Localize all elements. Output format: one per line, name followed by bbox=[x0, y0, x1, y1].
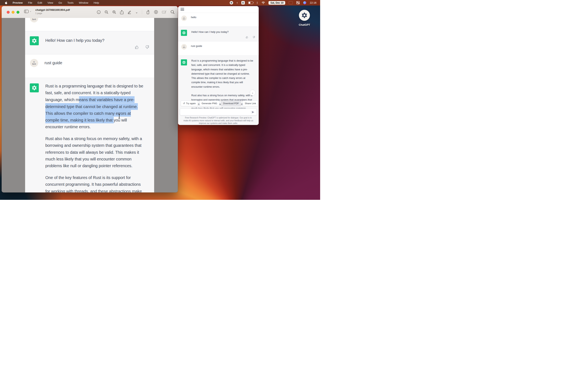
menu-go[interactable]: Go bbox=[58, 1, 62, 4]
desktop-icon-label: ChatGPT bbox=[299, 23, 310, 26]
menu-bar: Preview File Edit View Go Tools Window H… bbox=[0, 0, 320, 6]
thumbs-down-icon[interactable] bbox=[144, 45, 149, 50]
chat-row-assistant-greeting: Hello! How can I help you today? bbox=[178, 26, 259, 42]
chat-user-msg1: hello bbox=[191, 16, 196, 19]
toolbar-separator bbox=[142, 9, 142, 15]
input-source-icon[interactable]: A bbox=[241, 1, 245, 4]
pdf-answer-paragraph-3: One of the key features of Rust is its s… bbox=[45, 174, 151, 192]
battery-icon[interactable] bbox=[248, 1, 253, 4]
pdf-row-assistant-greeting: Hello! How can I help you today? bbox=[25, 31, 154, 54]
footer-disclaimer: Free Research Preview: ChatGPT is optimi… bbox=[180, 117, 257, 125]
document-page-count: 1 page bbox=[35, 12, 70, 15]
pdf-answer-paragraph-2: Rust also has a strong focus on memory s… bbox=[45, 135, 151, 169]
chatgpt-avatar bbox=[30, 36, 39, 45]
menubar-date[interactable]: Sat, Dec 10 bbox=[268, 1, 285, 5]
regenerate-icon: ↺ bbox=[183, 102, 185, 105]
chat-topbar bbox=[178, 6, 259, 13]
chatgpt-menubar-icon[interactable] bbox=[230, 1, 233, 4]
markup-button[interactable] bbox=[154, 10, 158, 14]
zoom-out-button[interactable] bbox=[104, 10, 108, 14]
document-title: chatgpt-1670681691904.pdf bbox=[35, 8, 70, 11]
download-pdf-button[interactable]: Download PDF bbox=[221, 100, 241, 106]
rotate-button[interactable] bbox=[146, 10, 150, 14]
chatgpt-export-window: ∨bʌɜ hello Hello! How can I help you tod… bbox=[178, 6, 259, 125]
generate-png-button[interactable]: Generate PNG bbox=[199, 100, 219, 106]
pdf-view-area: ∨bʌɜ Hello! How can I help you today? bbox=[2, 18, 178, 192]
fill-sign-button[interactable] bbox=[162, 10, 167, 14]
pdf-row-assistant-answer: Rust is a programming language that is d… bbox=[25, 78, 154, 192]
thumbs-up-icon[interactable] bbox=[135, 45, 140, 50]
chat-assistant-msg1: Hello! How can I help you today? bbox=[191, 31, 229, 33]
highlight-dropdown-chevron[interactable]: ⌄ bbox=[135, 10, 138, 14]
desktop-icon-chatgpt[interactable]: ChatGPT bbox=[295, 10, 314, 26]
svg-text:i: i bbox=[98, 11, 99, 13]
text-cursor bbox=[119, 114, 120, 118]
sidebar-toggle-button[interactable]: ⌄ bbox=[24, 9, 31, 13]
wifi-icon[interactable] bbox=[261, 1, 265, 4]
menu-file[interactable]: File bbox=[28, 1, 32, 4]
menu-tools[interactable]: Tools bbox=[67, 1, 73, 4]
siri-icon[interactable] bbox=[303, 1, 306, 4]
pdf-assistant-greeting-text: Hello! How can I help you today? bbox=[45, 38, 104, 43]
sidebar-chevron-icon: ⌄ bbox=[30, 10, 31, 12]
chat-user-msg2: rust guide bbox=[191, 45, 202, 48]
chat-row-user-hello: ∨bʌɜ hello bbox=[178, 13, 259, 26]
back-chevron-icon[interactable]: ‹ bbox=[237, 1, 238, 4]
thumbs-down-icon[interactable] bbox=[252, 36, 255, 39]
thumbs-up-icon[interactable] bbox=[246, 36, 249, 39]
export-actions: ↺ Try again Generate PNG Download PDF Sh… bbox=[181, 100, 258, 106]
user-avatar: ∨bʌɜ bbox=[181, 44, 187, 50]
zoom-in-button[interactable] bbox=[112, 10, 116, 14]
pdf-answer-paragraph-1: Rust is a programming language that is d… bbox=[45, 83, 151, 131]
chatgpt-logo-icon bbox=[299, 10, 310, 21]
preview-titlebar: ⌄ chatgpt-1670681691904.pdf 1 page i ⌄ bbox=[2, 6, 178, 18]
pdf-user-prompt-text: rust guide bbox=[44, 60, 62, 65]
chat-row-user-rust-guide: ∨bʌɜ rust guide bbox=[178, 42, 259, 55]
pdf-row-user-partial: ∨bʌɜ bbox=[25, 18, 154, 31]
highlight-button[interactable] bbox=[127, 10, 131, 14]
menu-help[interactable]: Help bbox=[94, 1, 99, 4]
preview-window: ⌄ chatgpt-1670681691904.pdf 1 page i ⌄ bbox=[2, 6, 178, 192]
share-link-button[interactable]: Share Link bbox=[242, 100, 258, 106]
minimize-button[interactable] bbox=[12, 11, 15, 14]
search-button[interactable] bbox=[171, 10, 174, 14]
arrow-down-icon: ↓ bbox=[252, 91, 253, 94]
menubar-clock[interactable]: 22:16 bbox=[310, 1, 316, 4]
hamburger-menu-icon[interactable] bbox=[181, 8, 184, 11]
user-avatar: ∨bʌɜ bbox=[181, 15, 187, 21]
user-avatar: ∨bʌɜ bbox=[30, 59, 39, 67]
menu-window[interactable]: Window bbox=[79, 1, 88, 4]
share-button[interactable] bbox=[120, 10, 123, 14]
try-again-button[interactable]: ↺ Try again bbox=[181, 100, 198, 106]
zoom-button[interactable] bbox=[17, 11, 19, 14]
chat-input[interactable] bbox=[180, 108, 257, 115]
chatgpt-avatar bbox=[30, 83, 39, 92]
info-button[interactable]: i bbox=[97, 10, 101, 14]
apple-menu-icon[interactable] bbox=[4, 1, 7, 4]
control-center-icon[interactable] bbox=[296, 1, 300, 4]
pdf-page: ∨bʌɜ Hello! How can I help you today? bbox=[25, 18, 154, 192]
scroll-to-bottom-button[interactable]: ↓ bbox=[250, 90, 256, 96]
user-avatar: ∨bʌɜ bbox=[30, 18, 39, 23]
chatgpt-avatar bbox=[181, 30, 187, 36]
send-icon[interactable] bbox=[251, 110, 255, 114]
bluetooth-icon[interactable]: ᛒ bbox=[257, 1, 258, 4]
screen-mirroring-icon[interactable] bbox=[289, 1, 293, 4]
menu-view[interactable]: View bbox=[48, 1, 53, 4]
chatgpt-avatar bbox=[181, 59, 187, 66]
close-button[interactable] bbox=[7, 11, 9, 14]
menu-app-name[interactable]: Preview bbox=[13, 1, 23, 4]
menu-edit[interactable]: Edit bbox=[38, 1, 42, 4]
pdf-row-user-prompt: ∨bʌɜ rust guide bbox=[25, 54, 154, 78]
